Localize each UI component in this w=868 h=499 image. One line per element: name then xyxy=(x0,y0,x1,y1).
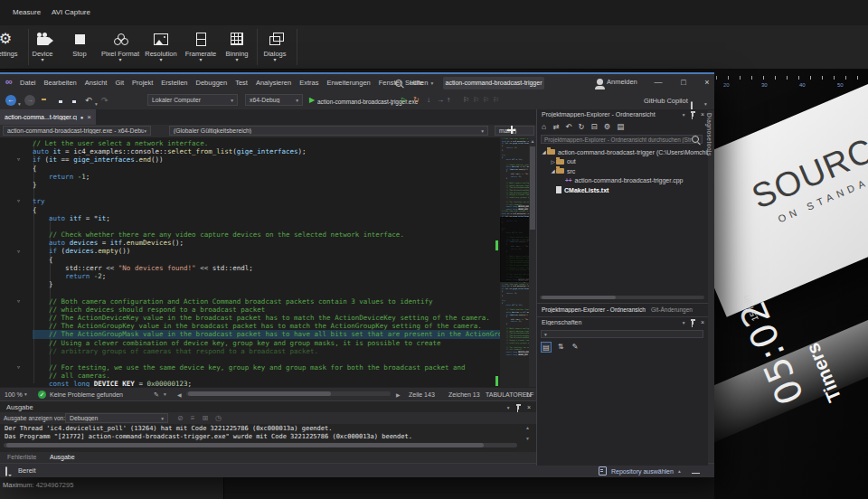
menu-test[interactable]: Test xyxy=(235,79,248,87)
code-text[interactable]: // Let the user select a network interfa… xyxy=(33,139,526,387)
code-line[interactable]: // arbitrary groups of cameras that resp… xyxy=(33,347,526,355)
minimap[interactable]: // Let the user select a network interfa… xyxy=(500,137,529,387)
scrollbar-thumb[interactable] xyxy=(530,146,535,230)
menu-git[interactable]: Git xyxy=(115,79,124,87)
properties-object-combo[interactable]: ▾ xyxy=(541,330,703,338)
explorer-horizontal-scrollbar[interactable] xyxy=(540,296,704,299)
categorized-icon[interactable]: ▤ xyxy=(541,342,552,353)
minimize-button[interactable]: — xyxy=(649,74,667,91)
start-debugging-icon[interactable]: ▶ xyxy=(309,95,315,106)
step-over-icon[interactable]: → xyxy=(437,95,444,106)
menu-erweiterungen[interactable]: Erweiterungen xyxy=(326,79,370,87)
chevron-down-icon[interactable]: ▾ xyxy=(164,391,166,397)
ribbon-button-dialogs[interactable]: Dialogs▾ xyxy=(255,28,295,68)
ribbon-button-pixel-format[interactable]: Pixel Format▾ xyxy=(100,28,140,68)
chevron-down-icon[interactable]: ▾ xyxy=(18,99,21,109)
tree-item-src[interactable]: ◢src xyxy=(537,166,708,176)
menu-erstellen[interactable]: Erstellen xyxy=(161,79,187,87)
start-without-debugging-icon[interactable]: ▷ xyxy=(401,95,407,106)
ribbon-button-resolution[interactable]: Resolution▾ xyxy=(141,28,181,68)
step-out-icon[interactable]: ↑ xyxy=(447,95,450,106)
feedback-icon[interactable] xyxy=(5,466,7,476)
code-line[interactable]: // Both camera configuration and Action … xyxy=(33,297,526,306)
navigate-back-icon[interactable]: ← xyxy=(5,95,16,106)
code-line[interactable]: // The ActionGroupKey value in the broad… xyxy=(33,322,526,330)
bookmark-prev-icon[interactable]: ⚐ xyxy=(473,95,479,106)
menu-bearbeiten[interactable]: Bearbeiten xyxy=(44,79,77,87)
code-line[interactable]: // The ActionDeviceKey value in the broa… xyxy=(33,314,526,322)
undo-icon[interactable]: ↶ xyxy=(565,122,571,131)
scrollbar-thumb[interactable] xyxy=(188,391,331,396)
tree-item-action-command-broadcast-trigger[interactable]: ◢action-command-broadcast-trigger (C:\Us… xyxy=(537,147,708,157)
code-line[interactable]: } xyxy=(33,280,526,288)
pin-icon[interactable] xyxy=(692,112,693,117)
fold-collapse-icon[interactable]: ▿ xyxy=(17,248,20,254)
pin-icon[interactable] xyxy=(692,320,693,325)
solution-explorer-search[interactable]: Projektmappen-Explorer - Ordneransicht d… xyxy=(541,135,703,144)
tab-avi-capture[interactable]: AVI Capture xyxy=(52,8,90,16)
chevron-down-icon[interactable]: ▾ xyxy=(24,391,27,397)
code-line[interactable]: auto it = ic4_examples::console::select_… xyxy=(33,147,526,155)
scroll-left-icon[interactable]: ◀ xyxy=(177,391,182,398)
pin-icon[interactable] xyxy=(517,405,519,410)
nav-project-combo[interactable]: action-command-broadcast-trigger.exe - x… xyxy=(3,126,151,136)
fold-collapse-icon[interactable]: ▿ xyxy=(17,297,20,304)
navigate-forward-icon[interactable]: → xyxy=(24,95,35,106)
configuration-combo[interactable]: x64-Debug▾ xyxy=(245,94,303,106)
property-pages-icon[interactable]: ✎ xyxy=(570,342,580,353)
code-line[interactable]: return -1; xyxy=(33,173,526,181)
toggle-output-icon[interactable]: ⊞ xyxy=(202,414,208,422)
code-line[interactable] xyxy=(33,222,526,231)
home-icon[interactable]: ⌂ xyxy=(542,122,546,131)
compare-icon[interactable]: ⇄ xyxy=(552,122,559,131)
tab-ausgabe[interactable]: Ausgabe xyxy=(50,454,75,460)
clock-icon[interactable]: ◷ xyxy=(215,414,222,422)
minimap-viewport[interactable] xyxy=(500,217,529,282)
ribbon-button-device[interactable]: Device▾ xyxy=(23,28,62,68)
code-line[interactable]: { xyxy=(33,165,526,173)
scroll-up-icon[interactable]: ▲ xyxy=(525,425,530,430)
code-line[interactable]: std::cerr << "No devices found!" << std:… xyxy=(33,264,526,272)
bookmark-next-icon[interactable]: ⚐ xyxy=(483,95,489,106)
ribbon-button-binning[interactable]: Binning▾ xyxy=(217,28,257,68)
sign-in-button[interactable]: Anmelden xyxy=(597,78,637,86)
output-text[interactable]: Der Thread 'ic4.devicelist_poll' (13264)… xyxy=(5,425,412,441)
scrollbar-thumb[interactable] xyxy=(542,296,616,299)
scroll-down-icon[interactable]: ▼ xyxy=(525,436,530,441)
chevron-down-icon[interactable]: ▾ xyxy=(391,99,393,109)
line-indicator[interactable]: Zeile 143 xyxy=(409,391,435,398)
refresh-icon[interactable]: ↻ xyxy=(578,122,584,131)
code-line[interactable] xyxy=(33,355,526,363)
output-horizontal-scrollbar[interactable] xyxy=(4,443,517,447)
tab-git-aenderungen[interactable]: Git-Änderungen xyxy=(651,306,693,313)
alphabetical-icon[interactable]: ⇅ xyxy=(555,342,566,353)
chevron-down-icon[interactable]: ▾ xyxy=(683,112,685,118)
pen-icon[interactable]: ✎ xyxy=(154,391,159,399)
editor-horizontal-scrollbar[interactable] xyxy=(186,391,391,396)
ribbon-button-stop[interactable]: Stop xyxy=(60,28,99,68)
code-line[interactable]: // which devices should respond to a bro… xyxy=(33,306,526,314)
vs-titlebar[interactable]: ∞ DateiBearbeitenAnsichtGitProjektErstel… xyxy=(0,74,714,91)
code-line[interactable]: // all cameras. xyxy=(33,372,526,380)
code-editor[interactable]: ▿▿▿▿▿ // Let the user select a network i… xyxy=(0,137,536,387)
problems-status[interactable]: Keine Probleme gefunden xyxy=(50,391,123,398)
chevron-down-icon[interactable]: ▾ xyxy=(683,320,685,325)
wrap-icon[interactable]: ≡ xyxy=(191,414,195,422)
chevron-down-icon[interactable]: ▾ xyxy=(704,99,707,109)
redo-icon[interactable]: ↷ xyxy=(101,95,108,106)
output-source-combo[interactable]: Debuggen▾ xyxy=(65,413,168,423)
tree-item-cmakelists.txt[interactable]: CMakeLists.txt xyxy=(537,185,708,195)
chevron-down-icon[interactable]: ▾ xyxy=(507,405,510,410)
fold-collapse-icon[interactable]: ▿ xyxy=(17,363,20,370)
tree-item-out[interactable]: ▷out xyxy=(537,157,708,167)
menu-projekt[interactable]: Projekt xyxy=(132,79,153,87)
ribbon-button-framerate[interactable]: Framerate▾ xyxy=(181,28,221,68)
code-line[interactable]: } xyxy=(33,181,526,189)
column-indicator[interactable]: Zeichen 13 xyxy=(448,391,480,398)
code-line[interactable]: if (it == gige_interfaces.end()) xyxy=(33,155,526,164)
indent-indicator[interactable]: TABULATOREN xyxy=(486,391,532,398)
menu-ansicht[interactable]: Ansicht xyxy=(85,79,108,87)
code-line[interactable]: { xyxy=(33,256,526,264)
code-line[interactable]: // Check whether there are any video cap… xyxy=(33,231,526,239)
code-line[interactable]: // The ActionGroupMask value in the broa… xyxy=(33,330,526,338)
